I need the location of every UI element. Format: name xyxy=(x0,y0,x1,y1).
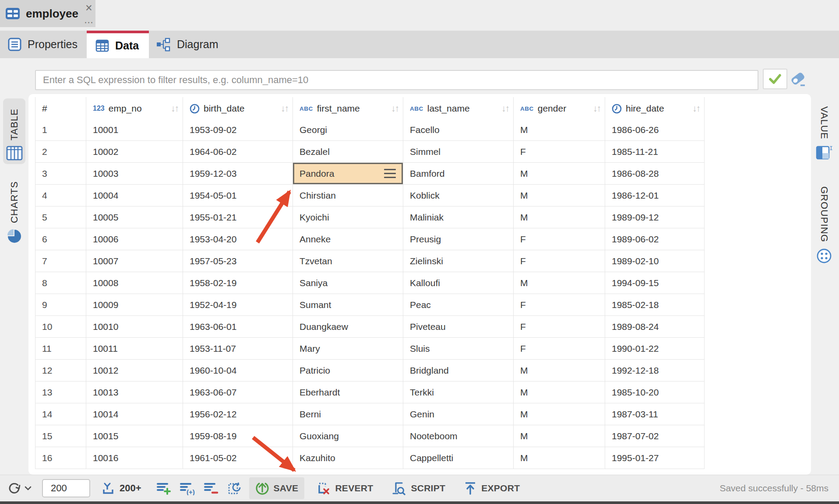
table-cell[interactable]: M xyxy=(514,403,605,425)
row-number-cell[interactable]: 1 xyxy=(35,119,86,141)
sidebar-item-grouping[interactable]: GROUPING xyxy=(813,170,835,264)
row-number-cell[interactable]: 12 xyxy=(35,360,86,382)
table-cell[interactable]: F xyxy=(514,338,605,360)
row-number-cell[interactable]: 7 xyxy=(35,250,86,272)
table-cell[interactable]: 1989-02-10 xyxy=(605,250,705,272)
row-number-cell[interactable]: 5 xyxy=(35,206,86,228)
table-cell[interactable]: Genin xyxy=(403,403,514,425)
table-cell[interactable]: Saniya xyxy=(293,272,403,294)
table-cell[interactable]: 1959-08-19 xyxy=(183,425,293,447)
table-cell[interactable]: Duangkaew xyxy=(293,316,403,338)
refresh-button[interactable] xyxy=(7,481,32,496)
table-cell[interactable]: 1994-09-15 xyxy=(605,272,705,294)
row-number-cell[interactable]: 10 xyxy=(35,316,86,338)
column-header-first_name[interactable]: ABCfirst_name↓↑ xyxy=(293,97,403,120)
table-cell[interactable]: Koblick xyxy=(403,185,514,206)
table-cell[interactable]: Sluis xyxy=(403,338,514,360)
row-number-cell[interactable]: 14 xyxy=(35,403,86,425)
table-cell[interactable]: Bridgland xyxy=(403,360,514,382)
table-cell[interactable]: 1989-06-02 xyxy=(605,228,705,250)
table-cell[interactable]: 10005 xyxy=(86,206,183,228)
table-cell[interactable]: 1990-01-22 xyxy=(605,338,705,360)
table-cell[interactable]: 1956-02-12 xyxy=(183,403,293,425)
table-cell[interactable]: Bezalel xyxy=(293,141,403,163)
table-cell[interactable]: 10016 xyxy=(86,447,183,469)
sidebar-item-value[interactable]: VALUE I xyxy=(813,98,835,161)
table-cell[interactable]: Eberhardt xyxy=(293,382,403,403)
table-cell[interactable]: 1986-06-26 xyxy=(605,119,705,141)
table-cell[interactable]: 1953-09-02 xyxy=(183,119,293,141)
table-cell[interactable]: M xyxy=(514,163,605,185)
table-cell[interactable]: Zielinski xyxy=(403,250,514,272)
table-cell[interactable]: 10015 xyxy=(86,425,183,447)
refresh-cell-button[interactable] xyxy=(226,479,244,498)
sidebar-item-charts[interactable]: CHARTS xyxy=(3,172,25,245)
row-number-cell[interactable]: 15 xyxy=(35,425,86,447)
add-row-button[interactable] xyxy=(155,479,173,498)
table-cell[interactable]: Tzvetan xyxy=(293,250,403,272)
table-cell[interactable]: F xyxy=(514,250,605,272)
sql-filter-input[interactable] xyxy=(35,70,758,90)
table-cell[interactable]: 1989-09-12 xyxy=(605,206,705,228)
table-cell[interactable]: 1963-06-07 xyxy=(183,382,293,403)
table-cell[interactable]: Anneke xyxy=(293,228,403,250)
table-cell[interactable]: M xyxy=(514,119,605,141)
table-cell[interactable]: 1986-12-01 xyxy=(605,185,705,206)
table-cell[interactable]: 1963-06-01 xyxy=(183,316,293,338)
table-cell[interactable]: Terkki xyxy=(403,382,514,403)
row-number-cell[interactable]: 13 xyxy=(35,382,86,403)
table-cell[interactable]: 10006 xyxy=(86,228,183,250)
table-cell[interactable]: 1989-08-24 xyxy=(605,316,705,338)
table-cell[interactable]: 1954-05-01 xyxy=(183,185,293,206)
table-cell[interactable]: 10004 xyxy=(86,185,183,206)
table-cell[interactable]: Kalloufi xyxy=(403,272,514,294)
row-number-cell[interactable]: 11 xyxy=(35,338,86,360)
table-cell[interactable]: F xyxy=(514,294,605,316)
table-cell[interactable]: Kyoichi xyxy=(293,206,403,228)
clear-filter-button[interactable] xyxy=(788,70,808,88)
table-cell[interactable]: 1986-08-28 xyxy=(605,163,705,185)
table-cell[interactable]: Sumant xyxy=(293,294,403,316)
table-cell[interactable]: Maliniak xyxy=(403,206,514,228)
table-cell[interactable]: 1953-11-07 xyxy=(183,338,293,360)
row-number-cell[interactable]: 6 xyxy=(35,228,86,250)
table-cell[interactable]: F xyxy=(514,141,605,163)
column-header-birth_date[interactable]: birth_date↓↑ xyxy=(183,97,293,120)
table-cell[interactable]: 1985-11-21 xyxy=(605,141,705,163)
duplicate-row-button[interactable]: (+) xyxy=(178,479,197,498)
table-cell[interactable]: 10012 xyxy=(86,360,183,382)
fetch-size-input[interactable] xyxy=(42,479,90,497)
table-cell[interactable]: 10007 xyxy=(86,250,183,272)
table-cell[interactable]: Guoxiang xyxy=(293,425,403,447)
row-number-cell[interactable]: 8 xyxy=(35,272,86,294)
table-cell[interactable]: F xyxy=(514,316,605,338)
tab-diagram[interactable]: Diagram xyxy=(149,31,234,58)
table-cell[interactable]: 10008 xyxy=(86,272,183,294)
table-cell[interactable]: Cappelletti xyxy=(403,447,514,469)
column-header-emp_no[interactable]: 123emp_no↓↑ xyxy=(86,97,183,120)
column-header-hire_date[interactable]: hire_date↓↑ xyxy=(605,97,705,120)
table-cell[interactable]: 1987-07-02 xyxy=(605,425,705,447)
row-number-cell[interactable]: 2 xyxy=(35,141,86,163)
table-cell[interactable]: Bamford xyxy=(403,163,514,185)
table-cell[interactable]: 10014 xyxy=(86,403,183,425)
revert-button[interactable]: REVERT xyxy=(310,477,379,499)
table-cell[interactable]: 1957-05-23 xyxy=(183,250,293,272)
table-cell[interactable]: 1961-05-02 xyxy=(183,447,293,469)
table-cell[interactable]: 1992-12-18 xyxy=(605,360,705,382)
table-cell[interactable]: 10010 xyxy=(86,316,183,338)
table-cell[interactable]: Simmel xyxy=(403,141,514,163)
table-cell[interactable]: Georgi xyxy=(293,119,403,141)
table-cell[interactable]: 10002 xyxy=(86,141,183,163)
row-number-cell[interactable]: 9 xyxy=(35,294,86,316)
tab-data[interactable]: Data xyxy=(87,31,149,58)
table-cell[interactable]: 1987-03-11 xyxy=(605,403,705,425)
table-cell[interactable]: M xyxy=(514,382,605,403)
table-cell[interactable]: M xyxy=(514,272,605,294)
table-cell[interactable]: M xyxy=(514,206,605,228)
table-cell[interactable]: Preusig xyxy=(403,228,514,250)
table-cell[interactable]: M xyxy=(514,360,605,382)
table-cell[interactable]: 1953-04-20 xyxy=(183,228,293,250)
more-options-icon[interactable]: … xyxy=(82,16,95,26)
column-header-row-number[interactable]: # xyxy=(35,97,86,120)
